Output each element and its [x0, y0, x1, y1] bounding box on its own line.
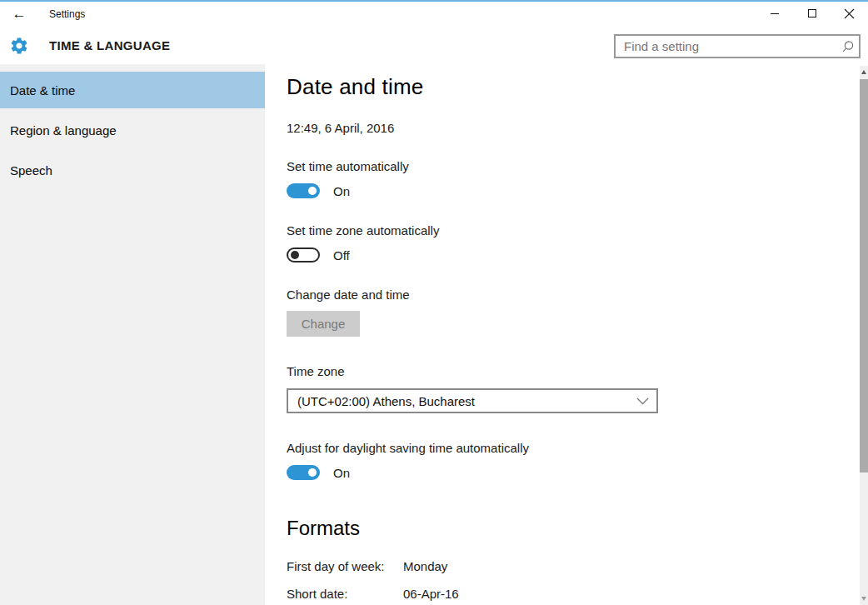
- maximize-icon: [807, 8, 817, 18]
- back-button[interactable]: ←: [0, 2, 38, 27]
- sidebar-item-region-language[interactable]: Region & language: [0, 112, 265, 148]
- sidebar: Date & time Region & language Speech: [0, 64, 265, 605]
- format-label: Short date:: [287, 587, 403, 601]
- titlebar: ← Settings: [0, 2, 868, 27]
- change-button[interactable]: Change: [287, 311, 360, 337]
- dst-toggle[interactable]: [287, 465, 320, 480]
- back-arrow-icon: ←: [12, 6, 27, 22]
- formats-heading: Formats: [287, 517, 868, 540]
- chevron-down-icon: [628, 398, 656, 405]
- main-content: Date and time 12:49, 6 April, 2016 Set t…: [265, 64, 868, 605]
- set-time-label: Set time automatically: [287, 159, 868, 173]
- set-time-toggle[interactable]: [287, 183, 320, 198]
- toggle-knob: [308, 468, 317, 477]
- search-input[interactable]: [616, 39, 837, 53]
- sidebar-item-label: Speech: [10, 163, 52, 178]
- settings-gear-icon: [9, 36, 29, 56]
- minimize-icon: [770, 8, 780, 18]
- scrollbar-thumb[interactable]: [860, 79, 868, 472]
- set-time-state: On: [333, 184, 350, 198]
- sidebar-item-speech[interactable]: Speech: [0, 152, 265, 188]
- format-label: First day of week:: [287, 559, 403, 573]
- scroll-up-icon[interactable]: [860, 66, 868, 78]
- maximize-button[interactable]: [793, 0, 831, 27]
- timezone-dropdown[interactable]: (UTC+02:00) Athens, Bucharest: [287, 388, 658, 413]
- sidebar-item-label: Date & time: [10, 83, 75, 98]
- format-value: Monday: [403, 559, 447, 573]
- dst-label: Adjust for daylight saving time automati…: [287, 441, 868, 455]
- timezone-label: Time zone: [287, 364, 868, 378]
- dst-state: On: [333, 466, 350, 480]
- close-icon: [844, 8, 855, 19]
- sidebar-item-date-time[interactable]: Date & time: [0, 72, 265, 108]
- app-title: Settings: [49, 8, 85, 20]
- page-header: TIME & LANGUAGE: [0, 27, 868, 64]
- sidebar-item-label: Region & language: [10, 123, 117, 138]
- change-date-time-label: Change date and time: [287, 288, 868, 302]
- vertical-scrollbar[interactable]: [860, 66, 868, 605]
- set-timezone-label: Set time zone automatically: [287, 223, 868, 238]
- scroll-down-icon[interactable]: [860, 592, 868, 605]
- page-title: TIME & LANGUAGE: [49, 38, 170, 52]
- current-datetime: 12:49, 6 April, 2016: [287, 121, 868, 135]
- format-row-short-date: Short date: 06-Apr-16: [287, 587, 868, 601]
- settings-window: ← Settings TIME & LANGUAGE: [0, 0, 868, 605]
- window-controls: [756, 0, 868, 27]
- format-value: 06-Apr-16: [403, 587, 459, 601]
- format-row-first-day: First day of week: Monday: [287, 559, 868, 573]
- toggle-knob: [291, 251, 299, 259]
- date-time-heading: Date and time: [287, 74, 868, 100]
- timezone-value: (UTC+02:00) Athens, Bucharest: [288, 394, 628, 408]
- formats-table: First day of week: Monday Short date: 06…: [287, 559, 868, 605]
- minimize-button[interactable]: [756, 0, 793, 27]
- set-timezone-toggle[interactable]: [287, 248, 320, 262]
- search-icon[interactable]: [837, 40, 859, 53]
- close-button[interactable]: [831, 0, 868, 27]
- set-timezone-state: Off: [333, 248, 350, 262]
- search-box[interactable]: [614, 34, 861, 58]
- toggle-knob: [308, 187, 317, 195]
